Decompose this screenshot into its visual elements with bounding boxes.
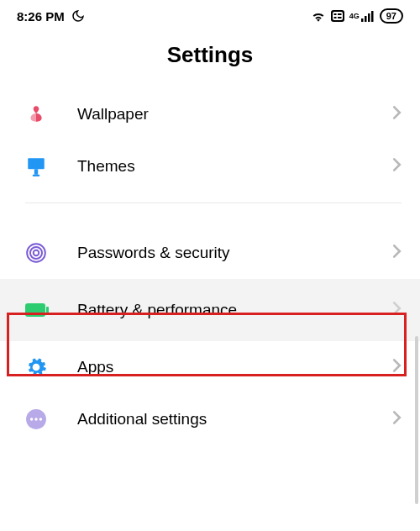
battery-indicator: 97 (380, 8, 403, 24)
row-label: Apps (55, 358, 392, 376)
svg-point-14 (30, 247, 42, 259)
svg-rect-4 (338, 13, 342, 15)
svg-rect-11 (34, 169, 38, 175)
svg-point-18 (34, 365, 39, 371)
svg-rect-7 (365, 16, 367, 22)
row-label: Wallpaper (55, 105, 392, 124)
gear-icon (25, 356, 55, 378)
svg-point-21 (34, 418, 37, 420)
network-type-label: 4G (349, 13, 360, 20)
row-wallpaper[interactable]: Wallpaper (0, 88, 420, 140)
dnd-moon-icon (71, 9, 85, 23)
chevron-right-icon (392, 157, 402, 176)
page-title: Settings (0, 42, 420, 68)
row-label: Battery & performance (55, 301, 392, 319)
scrollbar[interactable] (415, 336, 418, 504)
section-divider (25, 202, 402, 203)
chevron-right-icon (392, 358, 402, 376)
row-apps[interactable]: Apps (0, 341, 420, 393)
fingerprint-icon (25, 242, 55, 264)
page-header: Settings (0, 27, 420, 88)
chevron-right-icon (392, 105, 402, 124)
svg-rect-1 (333, 12, 343, 20)
status-bar: 8:26 PM 4G 97 (0, 0, 420, 27)
svg-point-20 (30, 418, 33, 420)
svg-rect-5 (338, 17, 342, 18)
themes-icon (25, 155, 55, 177)
row-themes[interactable]: Themes (0, 140, 420, 192)
svg-rect-17 (46, 307, 49, 313)
row-additional-settings[interactable]: Additional settings (0, 393, 420, 445)
status-time: 8:26 PM (17, 9, 65, 24)
volte-icon (331, 10, 344, 22)
row-label: Themes (55, 157, 392, 176)
row-label: Passwords & security (55, 244, 392, 262)
row-battery-performance[interactable]: Battery & performance (0, 279, 420, 341)
more-icon (25, 408, 55, 430)
svg-rect-3 (333, 17, 336, 18)
svg-rect-2 (333, 13, 336, 15)
chevron-right-icon (392, 410, 402, 428)
wifi-icon (311, 10, 326, 22)
battery-icon (25, 302, 55, 318)
row-label: Additional settings (55, 410, 392, 428)
chevron-right-icon (392, 301, 402, 319)
svg-rect-10 (28, 158, 45, 169)
battery-percent: 97 (386, 11, 396, 21)
row-passwords-security[interactable]: Passwords & security (0, 227, 420, 279)
svg-point-22 (39, 418, 42, 420)
wallpaper-icon (25, 103, 55, 125)
svg-rect-12 (33, 175, 40, 176)
svg-rect-9 (371, 11, 374, 22)
signal-icon (361, 10, 375, 22)
chevron-right-icon (392, 244, 402, 262)
svg-rect-16 (25, 303, 45, 317)
svg-rect-6 (361, 18, 364, 22)
settings-list: Wallpaper Themes Passwords & security (0, 88, 420, 445)
svg-point-15 (34, 250, 39, 256)
svg-rect-8 (368, 13, 370, 22)
